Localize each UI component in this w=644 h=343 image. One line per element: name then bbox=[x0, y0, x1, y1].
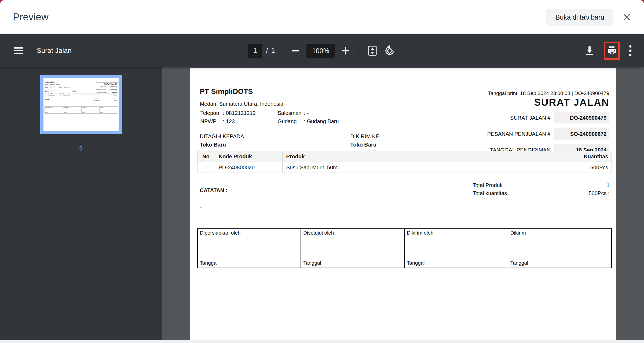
signature-header-row: Dipersiapkan oleh Disetujui oleh Dikirim… bbox=[197, 229, 612, 237]
signature-date-label: Tanggal bbox=[508, 258, 612, 268]
item-kode: PD-240800020 bbox=[215, 162, 282, 173]
minus-icon bbox=[292, 50, 299, 52]
field-pesanan-penjualan: PESANAN PENJUALAN # SO-240900672 bbox=[400, 128, 609, 140]
print-button[interactable] bbox=[606, 45, 617, 56]
signature-space bbox=[508, 237, 612, 258]
colon: : bbox=[223, 109, 225, 117]
signature-date-label: Tanggal bbox=[63, 112, 81, 114]
items-header-kode: Kode Produk bbox=[215, 151, 282, 162]
pdf-viewer: Surat Jalan / 1 100% bbox=[0, 34, 644, 343]
npwp-line: NPWP : 123 bbox=[45, 87, 57, 88]
toolbar-divider bbox=[359, 45, 359, 56]
totals-block: Total Produk 1 Total kuantitas 500Pcs ; bbox=[473, 181, 610, 197]
billto-name: Toko Baru bbox=[45, 91, 50, 92]
thumbnail-sidebar: Tanggal print: 18 Sep 2024 23:00:08 | DO… bbox=[0, 67, 162, 343]
shipto-name: Toko Baru bbox=[72, 91, 76, 92]
field-label: PESANAN PENJUALAN # bbox=[96, 89, 107, 90]
phone-label: Telepon bbox=[200, 109, 223, 117]
more-options-button[interactable] bbox=[629, 45, 632, 56]
total-produk-row: Total Produk 1 bbox=[473, 181, 610, 189]
total-kuantitas-value: 500Pcs ; bbox=[114, 100, 118, 101]
warehouse-line: Gudang : Gudang Baru bbox=[59, 87, 69, 88]
shipto-label: DIKIRIM KE: : bbox=[72, 90, 78, 91]
items-header-produk: Produk bbox=[282, 151, 391, 162]
total-kuantitas-label: Total kuantitas bbox=[473, 189, 507, 197]
item-produk: Susu Sapi Murni 50ml bbox=[282, 162, 391, 173]
phone-line: Telepon : 0812121212 bbox=[200, 109, 271, 117]
signature-date-row: Tanggal Tanggal Tanggal Tanggal bbox=[45, 112, 118, 114]
signature-col-label: Dikirim bbox=[508, 229, 612, 237]
preview-modal: Preview Buka di tab baru bbox=[0, 0, 644, 343]
signature-col-label: Dipersiapkan oleh bbox=[197, 229, 301, 237]
warehouse-value: Gudang Baru bbox=[307, 117, 339, 126]
signature-table: Dipersiapkan oleh Disetujui oleh Dikirim… bbox=[45, 107, 118, 114]
toolbar-divider bbox=[282, 45, 282, 56]
page-count-separator: / bbox=[266, 47, 268, 54]
viewer-body: Tanggal print: 18 Sep 2024 23:00:08 | DO… bbox=[0, 67, 644, 343]
download-button[interactable] bbox=[584, 45, 595, 56]
close-button[interactable] bbox=[621, 11, 633, 23]
page-count-total: 1 bbox=[271, 47, 275, 54]
document-title: SURAT JALAN bbox=[534, 97, 609, 108]
signature-date-label: Tanggal bbox=[45, 112, 63, 114]
kebab-menu-icon bbox=[629, 45, 632, 56]
npwp-value: 123 bbox=[226, 117, 235, 126]
hamburger-icon bbox=[14, 47, 23, 55]
total-produk-value: 1 bbox=[606, 181, 609, 189]
rotate-button[interactable] bbox=[383, 45, 396, 57]
items-header-kuantitas: Kuantitas bbox=[391, 151, 612, 162]
pdf-document-title: Surat Jalan bbox=[37, 47, 72, 54]
shipto-label: DIKIRIM KE: : bbox=[350, 133, 384, 140]
item-no: 1 bbox=[45, 95, 47, 97]
field-value: SO-240900672 bbox=[108, 89, 118, 91]
item-kode: PD-240800020 bbox=[48, 95, 60, 97]
zoom-out-button[interactable] bbox=[289, 45, 302, 57]
warehouse-label: Gudang bbox=[278, 117, 304, 126]
company-contact-block: Telepon : 0812121212 NPWP : 123 Sales bbox=[45, 85, 69, 88]
print-icon bbox=[606, 45, 617, 56]
items-table: No Kode Produk Produk Kuantitas 1 PD-240… bbox=[197, 151, 612, 173]
field-surat-jalan: SURAT JALAN # DO-240900479 bbox=[400, 112, 609, 123]
warehouse-value: Gudang Baru bbox=[64, 87, 69, 88]
page-number-input[interactable] bbox=[248, 44, 262, 58]
notes-value: - bbox=[45, 102, 45, 103]
menu-button[interactable] bbox=[14, 47, 23, 55]
close-icon bbox=[623, 13, 631, 21]
field-label: PESANAN PENJUALAN # bbox=[487, 131, 551, 137]
total-kuantitas-row: Total kuantitas 500Pcs ; bbox=[93, 100, 117, 101]
signature-space bbox=[301, 237, 404, 258]
document-canvas: Tanggal print: 18 Sep 2024 23:00:08 | DO… bbox=[162, 67, 644, 343]
item-produk: Susu Sapi Murni 50ml bbox=[60, 95, 79, 97]
table-row: 1 PD-240800020 Susu Sapi Murni 50ml 500P… bbox=[45, 95, 118, 97]
signature-space bbox=[45, 108, 63, 112]
notes-value: - bbox=[200, 203, 202, 210]
open-in-new-tab-button[interactable]: Buka di tab baru bbox=[546, 9, 613, 26]
signature-date-label: Tanggal bbox=[197, 258, 301, 268]
phone-value: 0812121212 bbox=[226, 109, 256, 117]
signature-space-row bbox=[45, 108, 118, 112]
fit-to-page-button[interactable] bbox=[366, 45, 379, 57]
print-meta-line: Tanggal print: 18 Sep 2024 23:00:08 | DO… bbox=[488, 90, 609, 96]
thumbnail-page-number: 1 bbox=[79, 145, 83, 153]
items-header-row: No Kode Produk Produk Kuantitas bbox=[197, 151, 612, 162]
document-title: SURAT JALAN bbox=[104, 83, 117, 85]
horizontal-scrollbar-track[interactable] bbox=[0, 340, 644, 343]
totals-block: Total Produk 1 Total kuantitas 500Pcs ; bbox=[93, 98, 117, 101]
signature-date-label: Tanggal bbox=[301, 258, 404, 268]
zoom-level[interactable]: 100% bbox=[306, 44, 335, 58]
document-page: Tanggal print: 18 Sep 2024 23:00:08 | DO… bbox=[43, 78, 119, 131]
colon: : bbox=[304, 109, 306, 117]
table-row: 1 PD-240800020 Susu Sapi Murni 50ml 500P… bbox=[197, 162, 612, 173]
zoom-in-button[interactable] bbox=[339, 45, 352, 57]
modal-header: Preview Buka di tab baru bbox=[0, 0, 644, 34]
items-header-no: No bbox=[197, 151, 215, 162]
salesman-label: Salesman bbox=[278, 109, 304, 117]
fit-page-icon bbox=[367, 45, 378, 56]
colon: : bbox=[223, 117, 225, 126]
signature-space bbox=[100, 108, 118, 112]
page-thumbnail[interactable]: Tanggal print: 18 Sep 2024 23:00:08 | DO… bbox=[40, 75, 122, 134]
items-header-kuantitas: Kuantitas bbox=[79, 93, 118, 95]
company-address: Medan, Sumatera Utara, Indonesia bbox=[45, 84, 60, 85]
items-header-produk: Produk bbox=[60, 93, 79, 95]
signature-space bbox=[63, 108, 81, 112]
